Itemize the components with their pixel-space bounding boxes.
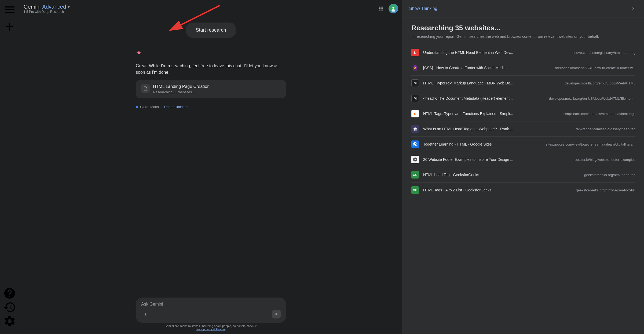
title-gemini: Gemini <box>24 4 41 10</box>
site-favicon <box>411 156 419 163</box>
app-subtitle: 1.5 Pro with Deep Research <box>24 10 70 14</box>
site-title: [CSS] - How to Create a Footer with Soci… <box>423 66 550 70</box>
website-list-item[interactable]: GGHTML head Tag - GeeksforGeeksgeeksforg… <box>411 167 635 183</box>
chat-messages: ✦ Great. While I'm researching, feel fre… <box>136 49 286 111</box>
research-card: HTML Landing Page Creation Researching 3… <box>136 80 286 98</box>
website-list-item[interactable]: MHTML: HyperText Markup Language - MDN W… <box>411 76 635 91</box>
separator: · <box>161 105 162 109</box>
research-card-title: HTML Landing Page Creation <box>153 84 210 89</box>
site-url: developer.mozilla.org/en-US/docs/Web/HTM… <box>565 81 636 85</box>
settings-button[interactable] <box>3 315 16 328</box>
start-research-button[interactable]: Start research <box>186 23 236 38</box>
right-panel: Show Thinking × Researching 35 websites.… <box>402 0 644 334</box>
site-favicon: M <box>411 79 419 87</box>
plus-icon <box>3 20 16 33</box>
chat-message: Great. While I'm researching, feel free … <box>136 63 286 76</box>
panel-header: Show Thinking × <box>403 0 644 17</box>
panel-content: Researching 35 websites... In researchin… <box>403 17 644 334</box>
history-button[interactable] <box>3 301 16 314</box>
site-title: HTML: HyperText Markup Language - MDN We… <box>423 81 561 85</box>
website-list-item[interactable]: M<head>: The Document Metadata (Header) … <box>411 91 635 106</box>
location-bar: Gżira, Malta · Update location <box>136 103 286 111</box>
site-favicon: M <box>411 95 419 102</box>
disclaimer-text: Gemini can make mistakes, including abou… <box>164 323 257 332</box>
site-url: sites.google.com/view/togetherlearning/l… <box>546 142 635 146</box>
app-title: Gemini Advanced ▾ <box>24 4 70 10</box>
site-title: 20 Website Footer Examples to Inspire Yo… <box>423 157 570 162</box>
main-area: Gemini Advanced ▾ 1.5 Pro with Deep Rese… <box>19 0 402 334</box>
site-title: HTML Tags - A to Z List - GeeksforGeeks <box>423 188 572 192</box>
site-url: rankranger.com/seo-glossary/head-tag <box>576 127 635 131</box>
document-icon <box>143 86 148 91</box>
website-list: LUnderstanding the HTML Head Element in … <box>411 45 635 198</box>
avatar-image <box>390 6 396 12</box>
website-list-item[interactable]: What Is an HTML Head Tag on a Webpage? -… <box>411 121 635 137</box>
hamburger-icon <box>3 3 16 16</box>
site-title: Together Learning - HTML - Google Sites <box>423 142 541 146</box>
show-thinking-button[interactable]: Show Thinking <box>409 6 437 11</box>
svg-point-1 <box>392 7 394 9</box>
settings-icon <box>3 315 16 328</box>
chat-area: Start research ✦ Great. While I'm resear… <box>19 17 402 294</box>
site-favicon: L <box>411 49 419 56</box>
input-actions: + ■ <box>141 310 281 318</box>
update-location-link[interactable]: Update location <box>164 105 188 109</box>
site-favicon: S <box>411 110 419 117</box>
site-title: HTML Tags: Types and Functions Explained… <box>423 112 559 116</box>
website-list-item[interactable]: Together Learning - HTML - Google Sitess… <box>411 137 635 152</box>
site-url: curator.io/blog/website-footer-examples <box>575 158 635 162</box>
apps-icon <box>378 6 384 12</box>
site-title: <head>: The Document Metadata (Header) e… <box>423 96 545 101</box>
research-card-subtitle: Researching 35 websites... <box>153 90 210 94</box>
site-favicon <box>411 140 419 148</box>
website-list-item[interactable]: 20 Website Footer Examples to Inspire Yo… <box>411 152 635 167</box>
header-left: Gemini Advanced ▾ 1.5 Pro with Deep Rese… <box>24 4 70 14</box>
website-list-item[interactable]: 🧕[CSS] - How to Create a Footer with Soc… <box>411 60 635 76</box>
site-favicon: GG <box>411 171 419 179</box>
site-url: lenovo.com/us/en/glossary/html-head-tag <box>572 51 635 55</box>
title-advanced: Advanced <box>42 4 66 10</box>
panel-title: Researching 35 websites... <box>411 24 635 32</box>
hamburger-menu-button[interactable] <box>3 3 16 16</box>
location-city: Gżira, Malta <box>140 105 159 109</box>
input-send-button[interactable]: ■ <box>272 310 281 318</box>
site-url: shecodes.io/athena/2240-how-to-create-a-… <box>554 66 635 70</box>
panel-subtitle: In researching your report, Gemini searc… <box>411 34 635 39</box>
new-chat-button[interactable] <box>3 20 16 33</box>
apps-button[interactable] <box>376 3 386 14</box>
sidebar-top <box>3 3 16 33</box>
input-add-button[interactable]: + <box>141 310 150 318</box>
sidebar <box>0 0 19 334</box>
website-list-item[interactable]: LUnderstanding the HTML Head Element in … <box>411 45 635 60</box>
close-panel-button[interactable]: × <box>629 4 638 13</box>
site-url: simplilearn.com/tutorials/html-tutorial/… <box>564 112 635 116</box>
site-url: geeksforgeeks.org/html-tags-a-to-z-list <box>576 188 635 192</box>
research-card-icon <box>141 84 150 93</box>
gemini-star-icon: ✦ <box>136 49 286 57</box>
site-title: HTML head Tag - GeeksforGeeks <box>423 173 580 177</box>
website-list-item[interactable]: SHTML Tags: Types and Functions Explaine… <box>411 106 635 121</box>
site-title: What Is an HTML Head Tag on a Webpage? -… <box>423 127 571 131</box>
help-icon <box>3 287 16 300</box>
site-favicon <box>411 125 419 133</box>
site-url: geeksforgeeks.org/html-head-tag <box>584 173 635 177</box>
site-favicon: 🧕 <box>411 64 419 72</box>
input-area: Ask Gemini + ■ Gemini can make mistakes,… <box>19 294 402 334</box>
input-box: Ask Gemini + ■ <box>136 298 286 323</box>
sidebar-bottom <box>3 287 16 331</box>
app-header: Gemini Advanced ▾ 1.5 Pro with Deep Rese… <box>19 0 402 17</box>
history-icon <box>3 301 16 314</box>
website-list-item[interactable]: GGHTML Tags - A to Z List - GeeksforGeek… <box>411 183 635 198</box>
research-card-content: HTML Landing Page Creation Researching 3… <box>153 84 210 94</box>
site-favicon: GG <box>411 186 419 194</box>
chevron-down-icon[interactable]: ▾ <box>68 4 70 9</box>
location-dot-icon <box>136 106 138 108</box>
ask-gemini-placeholder[interactable]: Ask Gemini <box>141 302 281 307</box>
help-button[interactable] <box>3 287 16 300</box>
header-right <box>376 3 398 14</box>
user-avatar[interactable] <box>389 4 398 13</box>
site-url: developer.mozilla.org/en-US/docs/Web/HTM… <box>549 97 635 101</box>
site-title: Understanding the HTML Head Element in W… <box>423 50 567 55</box>
privacy-link[interactable]: Your privacy & Gemini <box>196 328 225 331</box>
